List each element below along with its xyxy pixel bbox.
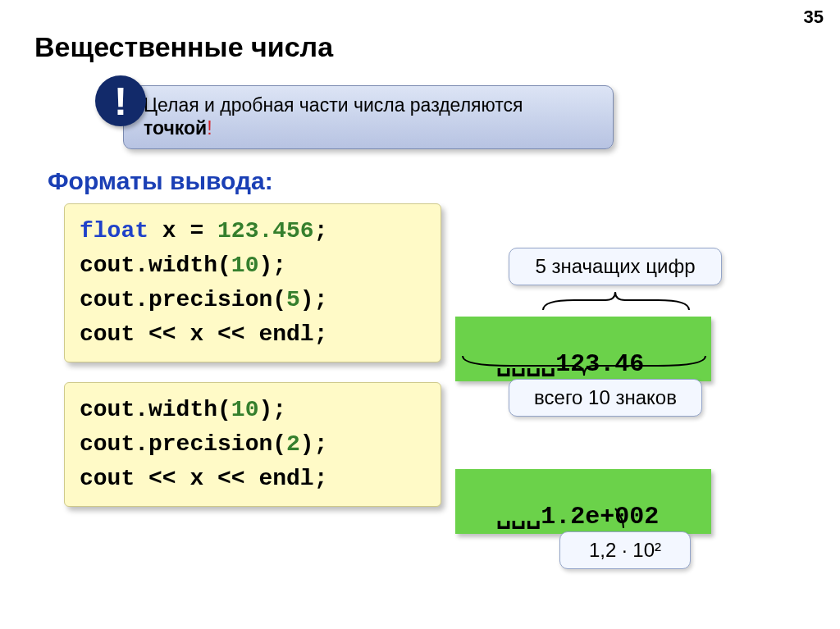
- code-block-1: float x = 123.456; cout.width(10); cout.…: [64, 203, 441, 362]
- output-2-value: 1.2e+002: [541, 503, 659, 531]
- exclamation-icon: !: [95, 75, 146, 126]
- code2-line1: cout.width(10);: [80, 393, 426, 427]
- subheading: Форматы вывода:: [48, 167, 273, 195]
- output-2: ␣␣␣1.2e+002: [455, 469, 711, 534]
- info-note-punct: !: [207, 117, 212, 139]
- page-title: Вещественные числа: [34, 31, 333, 63]
- code-token-type: float: [80, 218, 148, 244]
- brace-top-icon: [541, 290, 691, 313]
- code2-line3: cout << x << endl;: [80, 462, 426, 496]
- code2-line2: cout.precision(2);: [80, 427, 426, 462]
- code1-line3: cout.precision(5);: [80, 283, 426, 317]
- output-2-spaces: ␣␣␣: [496, 503, 541, 531]
- code1-line4: cout << x << endl;: [80, 317, 426, 352]
- info-note-before: Целая и дробная части числа разделяются: [144, 94, 523, 116]
- callout-total-chars: всего 10 знаков: [509, 379, 702, 417]
- brace-bottom-icon: [461, 354, 707, 377]
- callout-scientific: 1,2 · 10²: [559, 531, 691, 569]
- page-number: 35: [804, 7, 824, 28]
- code-token-number: 123.456: [217, 218, 314, 244]
- code1-line1: float x = 123.456;: [80, 214, 426, 248]
- code-block-2: cout.width(10); cout.precision(2); cout …: [64, 382, 441, 507]
- callout-significant-digits: 5 значащих цифр: [509, 248, 722, 285]
- code1-line2: cout.width(10);: [80, 248, 426, 283]
- info-note: Целая и дробная части числа разделяются …: [123, 85, 614, 149]
- connector-icon: [607, 507, 640, 535]
- info-note-highlight: точкой: [144, 117, 207, 139]
- info-note-text: Целая и дробная части числа разделяются …: [144, 94, 523, 139]
